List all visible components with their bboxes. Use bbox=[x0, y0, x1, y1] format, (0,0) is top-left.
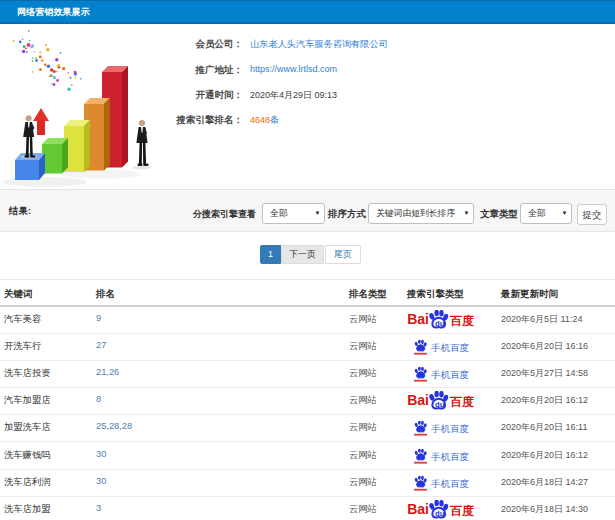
svg-text:百度: 百度 bbox=[449, 504, 474, 518]
svg-text:手机百度: 手机百度 bbox=[431, 423, 469, 434]
svg-text:Bai: Bai bbox=[407, 392, 429, 408]
svg-text:Bai: Bai bbox=[407, 501, 429, 517]
svg-text:手机百度: 手机百度 bbox=[431, 341, 469, 352]
svg-text:百度: 百度 bbox=[449, 395, 474, 409]
svg-text:手机百度: 手机百度 bbox=[431, 368, 469, 379]
svg-text:Bai: Bai bbox=[407, 310, 429, 326]
svg-text:手机百度: 手机百度 bbox=[431, 477, 469, 488]
svg-text:手机百度: 手机百度 bbox=[431, 450, 469, 461]
svg-text:百度: 百度 bbox=[449, 313, 474, 327]
